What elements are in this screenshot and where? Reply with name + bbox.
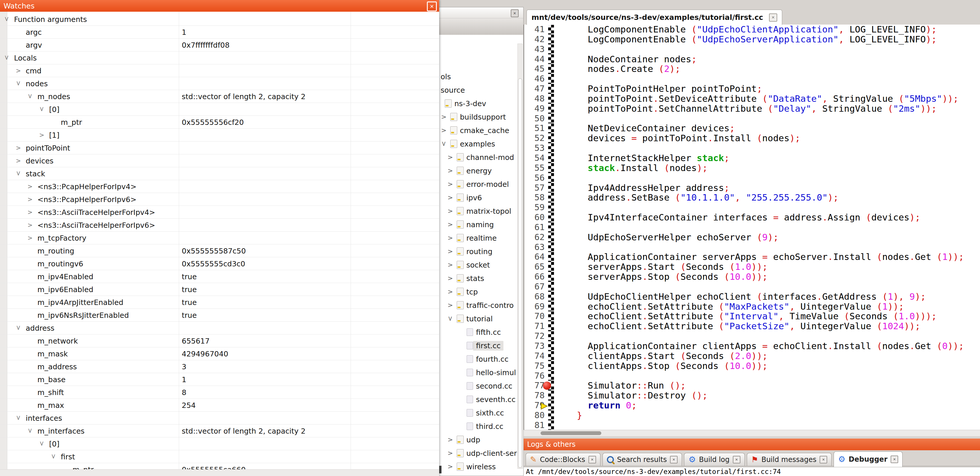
line-number[interactable]: 65 — [524, 262, 548, 272]
close-icon[interactable]: ✕ — [427, 2, 437, 11]
chevron-down-icon[interactable]: > — [27, 94, 33, 99]
breakpoint-margin[interactable] — [548, 321, 554, 331]
line-number[interactable]: 75 — [524, 361, 548, 371]
code-line[interactable]: 53 — [524, 143, 980, 153]
chevron-right-icon[interactable]: > — [447, 248, 454, 255]
close-icon[interactable]: ✕ — [511, 10, 519, 17]
line-number[interactable]: 53 — [524, 143, 548, 153]
code-line[interactable]: 71 echoClient.SetAttribute ("PacketSize"… — [524, 321, 980, 331]
chevron-down-icon[interactable]: > — [3, 16, 10, 22]
watch-row[interactable]: >first — [0, 450, 439, 463]
code-line[interactable]: 73 ApplicationContainer clientApps = ech… — [524, 341, 980, 351]
line-number[interactable]: 44 — [524, 54, 548, 64]
breakpoint-margin[interactable] — [548, 331, 554, 341]
code-line[interactable]: 59 — [524, 203, 980, 212]
chevron-right-icon[interactable]: > — [440, 127, 447, 134]
line-number[interactable]: 72 — [524, 331, 548, 341]
watch-row[interactable]: m_ipv4Enabledtrue — [0, 270, 439, 283]
line-number[interactable]: 55 — [524, 163, 548, 173]
breakpoint-margin[interactable] — [548, 341, 554, 351]
tree-item-third-cc[interactable]: third.cc — [437, 420, 518, 433]
code-line[interactable]: 42 LogComponentEnable ("UdpEchoServerApp… — [524, 35, 980, 45]
close-icon[interactable]: ✕ — [819, 456, 827, 463]
chevron-right-icon[interactable]: > — [27, 196, 33, 202]
log-tab-search-results[interactable]: Search results✕ — [603, 453, 682, 466]
code-line[interactable]: 50 — [524, 114, 980, 124]
watch-row[interactable]: ><ns3::AsciiTraceHelperForIpv4> — [0, 206, 439, 219]
chevron-down-icon[interactable]: > — [15, 415, 21, 420]
breakpoint-margin[interactable] — [548, 232, 554, 243]
breakpoint-margin[interactable] — [548, 133, 554, 143]
close-icon[interactable]: ✕ — [589, 456, 596, 463]
chevron-right-icon[interactable]: > — [447, 154, 454, 161]
line-number[interactable]: 52 — [524, 133, 548, 143]
breakpoint-margin[interactable] — [548, 212, 554, 222]
code-line[interactable]: 62 UdpEchoServerHelper echoServer (9); — [524, 232, 980, 243]
watch-row[interactable]: >pointToPoint — [0, 142, 439, 154]
watch-row[interactable]: >[0] — [0, 103, 439, 116]
watch-row[interactable]: >stack — [0, 167, 439, 180]
close-icon[interactable]: ✕ — [670, 456, 678, 463]
code-line[interactable]: 80} — [524, 411, 980, 420]
tree-item-first-cc[interactable]: first.cc — [437, 339, 518, 352]
chevron-right-icon[interactable]: > — [447, 181, 454, 187]
code-line[interactable]: 41 LogComponentEnable ("UdpEchoClientApp… — [524, 24, 980, 35]
breakpoint-margin[interactable] — [548, 153, 554, 163]
tree-item-tutorial[interactable]: >tutorial — [437, 312, 518, 326]
code-line[interactable]: 51 NetDeviceContainer devices; — [524, 123, 980, 133]
watch-row[interactable]: argc1 — [0, 26, 439, 38]
editor-horizontal-scrollbar[interactable] — [523, 430, 980, 436]
tree-item-tcp[interactable]: >tcp — [437, 285, 518, 299]
line-number[interactable]: 70 — [524, 311, 548, 321]
code-line[interactable]: 69 echoClient.SetAttribute ("MaxPackets"… — [524, 302, 980, 311]
tree-item-traffic-contro[interactable]: >traffic-contro — [437, 299, 518, 312]
chevron-right-icon[interactable]: > — [27, 222, 33, 228]
chevron-down-icon[interactable]: > — [441, 141, 447, 147]
breakpoint-margin[interactable] — [548, 262, 554, 272]
editor-tab-first-cc[interactable]: mnt/dev/tools/source/ns-3-dev/examples/t… — [527, 10, 782, 25]
tree-item-ols[interactable]: ols — [437, 70, 518, 83]
line-number[interactable]: 69 — [524, 302, 548, 311]
breakpoint-margin[interactable] — [548, 173, 554, 183]
log-tab-build-messages[interactable]: ⚑Build messages✕ — [747, 453, 832, 466]
code-line[interactable]: 70 echoClient.SetAttribute ("Interval", … — [524, 311, 980, 321]
code-line[interactable]: 65 serverApps.Start (Seconds (1.0)); — [524, 262, 980, 272]
breakpoint-margin[interactable] — [548, 104, 554, 114]
tree-item-fifth-cc[interactable]: fifth.cc — [437, 326, 518, 339]
watch-row[interactable]: >m_tcpFactory — [0, 232, 439, 244]
chevron-down-icon[interactable]: > — [38, 441, 45, 446]
chevron-right-icon[interactable]: > — [39, 132, 45, 138]
tree-item-buildsupport[interactable]: >buildsupport — [437, 110, 518, 124]
line-number[interactable]: 73 — [524, 341, 548, 351]
chevron-right-icon[interactable]: > — [16, 67, 21, 73]
code-line[interactable]: 48 pointToPoint.SetDeviceAttribute ("Dat… — [524, 94, 980, 104]
code-line[interactable]: 45 nodes.Create (2); — [524, 64, 980, 74]
line-number[interactable]: 57 — [524, 183, 548, 193]
line-number[interactable]: 63 — [524, 243, 548, 252]
code-line[interactable]: 43 — [524, 45, 980, 54]
chevron-right-icon[interactable]: > — [447, 302, 454, 308]
line-number[interactable]: 48 — [524, 94, 548, 104]
line-number[interactable]: 76 — [524, 371, 548, 381]
chevron-right-icon[interactable]: > — [447, 221, 454, 228]
code-line[interactable]: 61 — [524, 222, 980, 232]
watch-row[interactable]: m_network655617 — [0, 334, 439, 347]
tree-item-ns-3-dev[interactable]: ns-3-dev — [437, 97, 518, 110]
tree-item-matrix-topol[interactable]: >matrix-topol — [437, 204, 518, 218]
code-line[interactable]: 75 clientApps.Stop (Seconds (10.0)); — [524, 361, 980, 371]
breakpoint-margin[interactable] — [548, 361, 554, 371]
line-number[interactable]: 66 — [524, 272, 548, 282]
chevron-right-icon[interactable]: > — [440, 114, 447, 120]
log-tab-build-log[interactable]: ⚙Build log✕ — [684, 453, 745, 466]
tree-item-ipv6[interactable]: >ipv6 — [437, 191, 518, 204]
code-line[interactable]: 81 — [524, 420, 980, 430]
breakpoint-margin[interactable] — [548, 371, 554, 381]
code-line[interactable]: 47 PointToPointHelper pointToPoint; — [524, 84, 980, 94]
code-line[interactable]: 74 clientApps.Start (Seconds (2.0)); — [524, 351, 980, 361]
line-number[interactable]: 56 — [524, 173, 548, 183]
watch-row[interactable]: m_mask4294967040 — [0, 347, 439, 360]
watches-horizontal-scrollbar[interactable] — [0, 469, 439, 476]
log-tab-code-blocks[interactable]: ✎Code::Blocks✕ — [526, 453, 600, 466]
chevron-down-icon[interactable]: > — [15, 325, 21, 331]
breakpoint-margin[interactable] — [548, 84, 554, 94]
